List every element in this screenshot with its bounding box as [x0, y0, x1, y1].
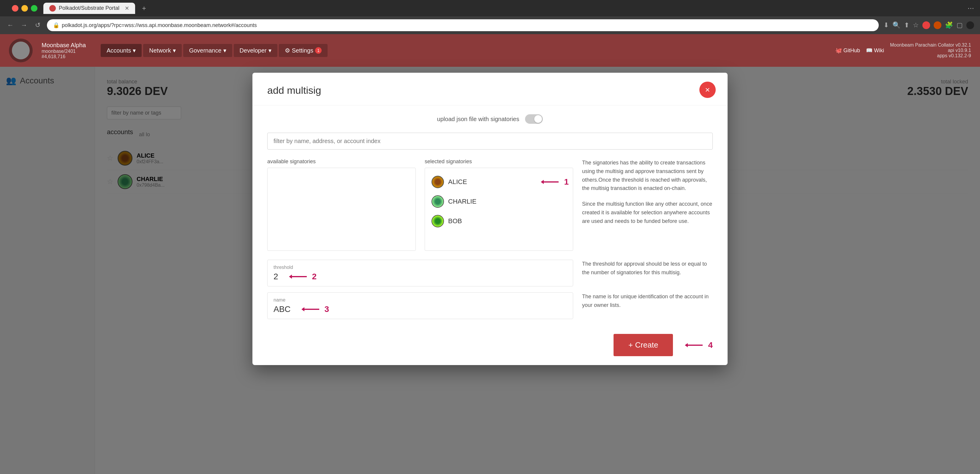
profile-icon[interactable]	[966, 21, 974, 29]
arrow-annotation-2: 2	[289, 272, 317, 281]
url-text: polkadot.js.org/apps/?rpc=wss://wss.api.…	[62, 22, 257, 29]
threshold-section: threshold 2 2	[267, 260, 713, 287]
header-right: 🐙 GitHub 📖 Wiki Moonbeam Parachain Colla…	[835, 43, 971, 59]
modal-body: upload json file with signatories availa…	[253, 105, 727, 328]
arrow-left-icon-4	[685, 341, 706, 350]
window-controls: ⋯	[967, 5, 974, 12]
toggle-knob	[534, 115, 542, 123]
browser-tab[interactable]: Polkadot/Substrate Portal ✕	[43, 3, 135, 14]
github-link[interactable]: 🐙 GitHub	[835, 47, 860, 54]
nav-settings[interactable]: ⚙ Settings 1	[279, 44, 328, 57]
url-bar[interactable]: 🔒 polkadot.js.org/apps/?rpc=wss://wss.ap…	[47, 19, 879, 31]
modal-overlay: × add multisig upload json file with sig…	[0, 67, 980, 474]
traffic-lights	[12, 5, 37, 11]
threshold-field-box: threshold 2 2	[267, 260, 573, 287]
settings-badge: 1	[315, 47, 321, 54]
arrow-annotation-1: 1	[541, 177, 569, 187]
available-list-box	[267, 168, 416, 251]
nav-network[interactable]: Network ▾	[143, 44, 181, 57]
network-sub: moonbase/2401	[41, 49, 86, 54]
app-header: Moonbase Alpha moonbase/2401 #4,618,716 …	[0, 34, 980, 67]
wiki-link[interactable]: 📖 Wiki	[866, 47, 884, 54]
share-icon[interactable]: ⬆	[904, 21, 909, 29]
close-window-button[interactable]	[12, 5, 18, 11]
create-multisig-button[interactable]: + Create	[614, 334, 673, 356]
modal-close-button[interactable]: ×	[699, 82, 716, 98]
signatories-row: available signatories selected signatori…	[267, 159, 713, 251]
new-tab-button[interactable]: +	[138, 2, 150, 14]
nav-governance[interactable]: Governance ▾	[183, 44, 232, 57]
info-block-1: The signatories has the ability to creat…	[582, 159, 713, 193]
create-button-label: + Create	[628, 341, 658, 350]
signatory-filter-input[interactable]	[267, 133, 713, 150]
nav-accounts[interactable]: Accounts ▾	[101, 44, 142, 57]
available-signatories-panel: available signatories	[267, 159, 416, 251]
version-line1: Moonbeam Parachain Collator v0.32.1	[890, 43, 971, 48]
selected-signatories-panel: selected signatories ALICE	[425, 159, 573, 251]
filter-row	[267, 133, 713, 150]
version-line2: api v10.9.1	[890, 48, 971, 53]
puzzle-icon[interactable]: 🧩	[945, 21, 953, 29]
modal-title: add multisig	[267, 85, 713, 96]
chevron-down-icon: ▾	[133, 47, 136, 54]
upload-json-toggle[interactable]	[525, 114, 543, 124]
extension-icon-1[interactable]	[923, 21, 930, 29]
available-label: available signatories	[267, 159, 416, 165]
sig-name-alice: ALICE	[448, 178, 467, 186]
tab-bar: Polkadot/Substrate Portal ✕ + ⋯	[0, 0, 980, 16]
chevron-down-icon: ▾	[173, 47, 176, 54]
annotation-number-4: 4	[708, 341, 713, 350]
arrow-annotation-3: 3	[301, 304, 329, 314]
svg-marker-3	[289, 274, 292, 279]
selected-sig-item-charlie[interactable]: CHARLIE	[429, 192, 569, 211]
refresh-button[interactable]: ↺	[33, 21, 42, 30]
annotation-number-1: 1	[564, 177, 569, 187]
tab-label: Polkadot/Substrate Portal	[59, 5, 119, 11]
back-button[interactable]: ←	[6, 21, 15, 30]
modal-footer: + Create 4	[253, 328, 727, 365]
version-line3: apps v0.132.2-9	[890, 53, 971, 59]
sig-avatar-charlie	[431, 195, 444, 208]
svg-marker-5	[301, 307, 304, 311]
extension-icon-2[interactable]	[934, 21, 942, 29]
info-text-2: Since the multisig function like any oth…	[582, 200, 713, 225]
nav-settings-label: Settings	[292, 47, 313, 54]
bookmark-icon[interactable]: ☆	[913, 21, 919, 29]
name-section: name ABC 3	[267, 292, 713, 319]
nav-network-label: Network	[149, 47, 171, 54]
annotation-number-3: 3	[325, 304, 329, 314]
name-info: The name is for unique identification of…	[582, 292, 713, 319]
minimize-window-button[interactable]	[21, 5, 28, 11]
nav-developer-label: Developer	[240, 47, 267, 54]
upload-toggle-row: upload json file with signatories	[267, 114, 713, 124]
forward-button[interactable]: →	[20, 21, 29, 30]
sig-name-charlie: CHARLIE	[448, 198, 476, 205]
name-field-box: name ABC 3	[267, 292, 573, 319]
maximize-window-button[interactable]	[31, 5, 37, 11]
zoom-icon[interactable]: 🔍	[892, 21, 900, 29]
settings-icon: ⚙	[285, 47, 290, 54]
modal-add-multisig: × add multisig upload json file with sig…	[253, 73, 727, 365]
download-icon[interactable]: ⬇	[883, 21, 889, 29]
selected-sig-item-bob[interactable]: BOB	[429, 211, 569, 231]
wiki-icon: 📖	[866, 48, 872, 54]
name-value: ABC	[274, 304, 291, 314]
window-icon[interactable]: ▢	[956, 21, 963, 29]
name-label: name	[274, 297, 567, 303]
nav-governance-label: Governance	[189, 47, 221, 54]
selected-label: selected signatories	[425, 159, 573, 165]
arrow-annotation-4: 4	[685, 341, 713, 350]
nav-developer[interactable]: Developer ▾	[234, 44, 277, 57]
svg-marker-1	[541, 180, 544, 184]
threshold-info-text: The threshold for approval should be les…	[582, 260, 713, 277]
threshold-info: The threshold for approval should be les…	[582, 260, 713, 287]
chevron-down-icon: ▾	[223, 47, 226, 54]
selected-sig-item-alice[interactable]: ALICE 1	[429, 172, 569, 192]
tab-favicon	[49, 5, 56, 11]
block-number: #4,618,716	[41, 54, 86, 59]
main-area: 👥 Accounts total balance 9.3026 DEV tota…	[0, 67, 980, 474]
info-block-2: Since the multisig function like any oth…	[582, 200, 713, 225]
nav-menu: Accounts ▾ Network ▾ Governance ▾ Develo…	[101, 44, 328, 57]
browser-controls: ← → ↺ 🔒 polkadot.js.org/apps/?rpc=wss://…	[0, 16, 980, 34]
name-info-text: The name is for unique identification of…	[582, 292, 713, 309]
